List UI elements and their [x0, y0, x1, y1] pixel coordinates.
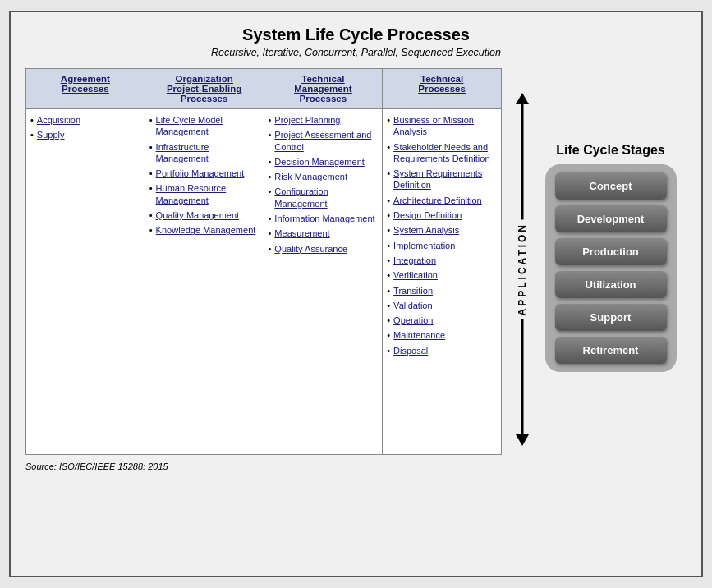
list-item: Life Cycle Model Management — [149, 114, 260, 138]
list-item: Design Definition — [387, 209, 497, 221]
main-title: System Life Cycle Processes — [25, 25, 687, 44]
technical-list: Business or Mission Analysis Stakeholder… — [387, 114, 497, 356]
process-table: AgreementProcesses OrganizationProject-E… — [25, 68, 502, 455]
main-frame: System Life Cycle Processes Recursive, I… — [9, 11, 703, 577]
list-item: Integration — [387, 255, 497, 266]
header-agreement: AgreementProcesses — [26, 69, 145, 108]
list-item: Quality Management — [149, 209, 260, 221]
agreement-list: Acquisition Supply — [30, 114, 140, 141]
cell-tech-mgmt: Project Planning Project Assessment and … — [264, 109, 384, 454]
list-item: Implementation — [387, 240, 497, 251]
list-item: Configuration Management — [269, 186, 379, 209]
list-item: Quality Assurance — [269, 243, 379, 255]
stages-section: Life Cycle Stages Concept Development Pr… — [535, 143, 687, 372]
table-header-row: AgreementProcesses OrganizationProject-E… — [26, 69, 501, 109]
header-tech-mgmt: TechnicalManagementProcesses — [264, 69, 384, 108]
cell-org: Life Cycle Model Management Infrastructu… — [145, 109, 264, 454]
application-label: APPLICATION — [517, 219, 528, 319]
list-item: Supply — [30, 129, 140, 140]
list-item: Validation — [387, 300, 497, 311]
tech-mgmt-list: Project Planning Project Assessment and … — [269, 114, 379, 255]
source-text: Source: ISO/IEC/IEEE 15288: 2015 — [25, 462, 687, 471]
list-item: Risk Management — [269, 171, 379, 182]
list-item: Disposal — [387, 345, 497, 356]
list-item: Architecture Definition — [387, 195, 497, 206]
list-item: Stakeholder Needs and Requirements Defin… — [387, 141, 497, 165]
cell-technical: Business or Mission Analysis Stakeholder… — [383, 109, 501, 454]
stage-retirement[interactable]: Retirement — [555, 337, 667, 364]
org-list: Life Cycle Model Management Infrastructu… — [149, 114, 260, 237]
list-item: Transition — [387, 285, 497, 296]
content-area: AgreementProcesses OrganizationProject-E… — [25, 68, 687, 455]
stage-concept[interactable]: Concept — [555, 172, 667, 200]
list-item: Measurement — [269, 227, 379, 239]
application-arrow: APPLICATION — [510, 93, 535, 446]
list-item: Acquisition — [30, 114, 140, 126]
list-item: Portfolio Management — [149, 168, 260, 179]
cell-agreement: Acquisition Supply — [26, 109, 145, 454]
stage-support[interactable]: Support — [555, 304, 667, 331]
list-item: Project Planning — [269, 114, 379, 126]
table-body-row: Acquisition Supply Life Cycle Model Mana… — [26, 109, 501, 454]
list-item: Operation — [387, 315, 497, 326]
stages-title: Life Cycle Stages — [556, 143, 665, 158]
list-item: Human Resource Management — [149, 182, 260, 206]
stage-production[interactable]: Production — [555, 238, 667, 265]
stage-utilization[interactable]: Utilization — [555, 271, 667, 298]
subtitle: Recursive, Iterative, Concurrent, Parall… — [25, 47, 687, 58]
stage-development[interactable]: Development — [555, 205, 667, 232]
list-item: Maintenance — [387, 329, 497, 341]
list-item: Business or Mission Analysis — [387, 114, 497, 138]
right-section: APPLICATION Life Cycle Stages Concept De… — [510, 68, 687, 446]
header-org: OrganizationProject-EnablingProcesses — [145, 69, 264, 108]
stages-container: Concept Development Production Utilizati… — [545, 164, 677, 372]
list-item: Decision Management — [269, 156, 379, 168]
list-item: System Analysis — [387, 224, 497, 236]
application-arrow-wrapper: APPLICATION — [510, 93, 535, 446]
header-technical: TechnicalProcesses — [383, 69, 501, 108]
list-item: Project Assessment and Control — [269, 129, 379, 153]
list-item: System Requirements Definition — [387, 168, 497, 191]
list-item: Information Management — [269, 213, 379, 224]
list-item: Verification — [387, 269, 497, 281]
list-item: Knowledge Management — [149, 224, 260, 236]
list-item: Infrastructure Management — [149, 141, 260, 165]
